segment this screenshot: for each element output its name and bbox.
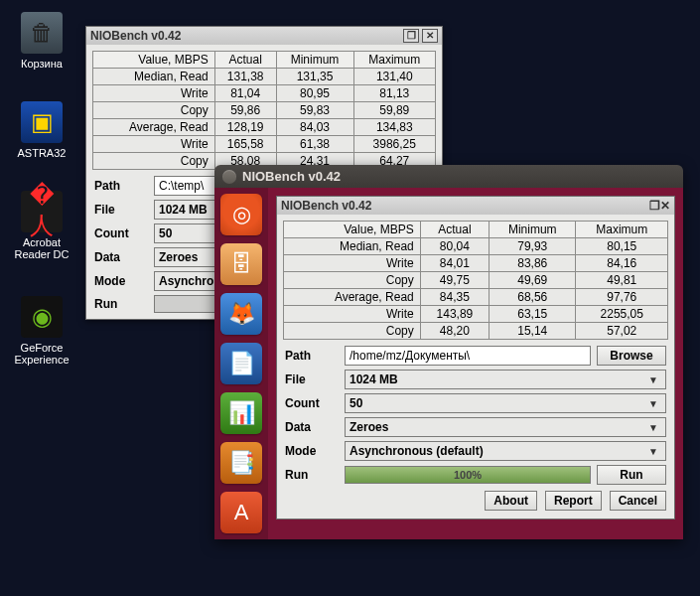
th: Value, MBPS	[93, 52, 215, 69]
data-combo[interactable]: Zeroes▼	[345, 417, 666, 437]
mode-label: Mode	[94, 274, 148, 288]
titlebar[interactable]: NIOBench v0.42 ❐ ✕	[277, 197, 674, 215]
results-table: Value, MBPS Actual Minimum Maximum Media…	[92, 51, 436, 170]
close-icon[interactable]: ✕	[422, 29, 438, 43]
calc-icon[interactable]: 📊	[220, 392, 262, 434]
chevron-down-icon: ▼	[645, 398, 661, 409]
chevron-down-icon: ▼	[645, 422, 661, 433]
window-title: NIOBench v0.42	[90, 29, 181, 43]
window-title: NIOBench v0.42	[281, 199, 371, 213]
acrobat-icon: �人	[21, 191, 63, 232]
th: Maximum	[353, 52, 436, 69]
files-icon[interactable]: 🗄	[220, 243, 262, 285]
file-label: File	[94, 203, 148, 217]
run-button[interactable]: Run	[597, 465, 666, 485]
progress-bar: 100%	[345, 466, 591, 484]
dash-icon[interactable]: ◎	[220, 194, 262, 235]
data-label: Data	[285, 420, 339, 434]
geforce-icon: ◉	[21, 296, 63, 338]
desktop-icon-label: Корзина	[4, 58, 79, 70]
impress-icon[interactable]: 📑	[220, 442, 262, 484]
path-label: Path	[285, 349, 339, 363]
desktop-icon-astra[interactable]: ▣ ASTRA32	[4, 101, 79, 159]
writer-icon[interactable]: 📄	[220, 343, 262, 384]
chevron-down-icon: ▼	[645, 374, 661, 385]
file-combo[interactable]: 1024 MB▼	[345, 370, 666, 389]
browse-button[interactable]: Browse	[597, 346, 666, 366]
path-input[interactable]	[345, 346, 591, 366]
count-label: Count	[94, 226, 148, 240]
run-label: Run	[285, 468, 339, 482]
path-label: Path	[94, 179, 148, 193]
software-icon[interactable]: A	[220, 492, 262, 533]
report-button[interactable]: Report	[545, 491, 602, 511]
desktop-icon-label: ASTRA32	[4, 147, 79, 159]
desktop-icon-geforce[interactable]: ◉ GeForce Experience	[4, 296, 79, 366]
window-ubuntu: NIOBench v0.42 ◎ 🗄 🦊 📄 📊 📑 A NIOBench v0…	[214, 165, 683, 539]
mode-combo[interactable]: Asynchronous (default)▼	[345, 441, 666, 461]
file-label: File	[285, 372, 339, 386]
cancel-button[interactable]: Cancel	[610, 491, 666, 511]
th: Minimum	[276, 52, 353, 69]
firefox-icon[interactable]: 🦊	[220, 293, 262, 335]
run-label: Run	[94, 297, 148, 311]
chevron-down-icon: ▼	[645, 446, 661, 457]
window-control-icon[interactable]	[222, 170, 236, 184]
count-label: Count	[285, 396, 339, 410]
th: Actual	[214, 52, 276, 69]
launcher: ◎ 🗄 🦊 📄 📊 📑 A	[214, 188, 268, 539]
trash-icon: 🗑	[21, 12, 63, 54]
maximize-icon[interactable]: ❐	[649, 199, 660, 213]
window-title: NIOBench v0.42	[242, 169, 341, 184]
astra-icon: ▣	[21, 101, 63, 143]
desktop-icon-label: GeForce Experience	[4, 342, 79, 366]
results-table: Value, MBPS Actual Minimum Maximum Media…	[283, 221, 668, 340]
data-label: Data	[94, 250, 148, 264]
ubuntu-titlebar[interactable]: NIOBench v0.42	[214, 165, 683, 188]
about-button[interactable]: About	[485, 491, 537, 511]
close-icon[interactable]: ✕	[660, 199, 670, 213]
titlebar[interactable]: NIOBench v0.42 ❐ ✕	[86, 27, 442, 45]
count-combo[interactable]: 50▼	[345, 393, 666, 413]
mode-label: Mode	[285, 444, 339, 458]
desktop-icon-acrobat[interactable]: �人 Acrobat Reader DC	[4, 191, 79, 260]
maximize-icon[interactable]: ❐	[403, 29, 419, 43]
window-niobench-2: NIOBench v0.42 ❐ ✕ Value, MBPS Actual Mi…	[276, 196, 675, 520]
desktop-icon-label: Acrobat Reader DC	[4, 236, 79, 260]
desktop-icon-trash[interactable]: 🗑 Корзина	[4, 12, 79, 70]
